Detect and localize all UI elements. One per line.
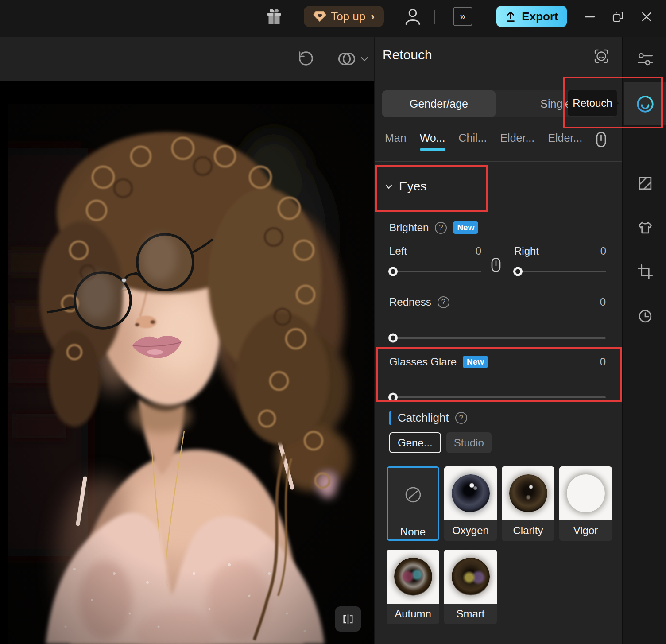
portrait-photo	[8, 104, 374, 644]
background-tool-button[interactable]	[623, 164, 666, 202]
face-detect-button[interactable]	[592, 47, 610, 65]
link-icon	[491, 257, 501, 272]
crop-tool-button[interactable]	[623, 253, 666, 291]
catchlight-preset-grid: None Oxygen Clarity Vigor Autumn Smart	[387, 466, 613, 624]
preset-card-autumn[interactable]: Autumn	[387, 550, 439, 624]
tab-gender-age[interactable]: Gender/age	[382, 90, 496, 117]
redness-help-icon[interactable]: ?	[438, 296, 449, 308]
restore-icon	[611, 10, 625, 24]
preset-label: Vigor	[559, 520, 612, 541]
window-close-button[interactable]	[638, 7, 655, 27]
undo-icon	[298, 50, 314, 67]
history-tool-button[interactable]	[623, 297, 666, 335]
redness-label: Redness	[389, 296, 431, 308]
glasses-glare-new-badge: New	[463, 356, 488, 368]
adjustments-tool-button[interactable]	[623, 40, 666, 78]
link-sliders-button[interactable]	[491, 257, 501, 272]
canvas-toolbar	[0, 37, 374, 81]
eyes-section-title: Eyes	[399, 179, 426, 194]
brighten-help-icon[interactable]: ?	[435, 222, 447, 234]
clothing-tool-button[interactable]	[623, 209, 666, 247]
brighten-left-slider-handle[interactable]	[388, 267, 398, 276]
export-label: Export	[522, 10, 558, 23]
photo-canvas	[0, 37, 374, 644]
tab-single-label: Single	[540, 97, 571, 110]
glasses-glare-slider-handle[interactable]	[388, 393, 398, 402]
brighten-right-value: 0	[600, 245, 606, 257]
preset-label: Oxygen	[444, 520, 497, 541]
undo-button[interactable]	[298, 50, 314, 67]
redness-slider[interactable]	[389, 337, 606, 339]
retouch-tooltip-label: Retouch	[573, 97, 612, 109]
retouch-panel: Retouch Gender/age Single	[374, 37, 622, 644]
brighten-left-slider[interactable]	[389, 271, 481, 272]
compare-overlay-button[interactable]	[336, 51, 358, 66]
brighten-right-slider[interactable]	[514, 271, 606, 272]
catchlight-mode-studio[interactable]: Studio	[446, 432, 492, 453]
iris-thumbnail	[452, 474, 490, 512]
preset-label: Autumn	[387, 604, 439, 624]
subtab-man[interactable]: Man	[385, 132, 407, 151]
account-button[interactable]	[403, 7, 422, 27]
preset-card-oxygen[interactable]: Oxygen	[444, 466, 497, 541]
catchlight-accent-bar	[389, 411, 391, 425]
brighten-row: Brighten ? New	[389, 221, 478, 234]
split-view-icon	[341, 612, 355, 626]
preset-card-vigor[interactable]: Vigor	[559, 466, 612, 541]
gift-icon[interactable]	[265, 8, 283, 27]
retouch-tool-button[interactable]	[624, 82, 666, 125]
none-icon	[403, 485, 423, 504]
panel-divider	[375, 161, 623, 162]
tool-rail	[622, 37, 666, 644]
gem-icon	[313, 10, 326, 23]
brighten-right-control: Right 0	[514, 245, 606, 272]
export-button[interactable]: Export	[496, 6, 567, 27]
preset-card-clarity[interactable]: Clarity	[502, 466, 554, 541]
retouch-tooltip: Retouch	[568, 90, 617, 116]
preset-card-smart[interactable]: Smart	[444, 550, 497, 624]
crop-icon	[635, 262, 655, 282]
chevron-right-icon: ›	[371, 10, 375, 23]
clock-icon	[635, 306, 655, 326]
catchlight-header: Catchlight ?	[389, 411, 467, 425]
subtab-elder-2[interactable]: Elder...	[548, 132, 582, 151]
catchlight-modes: Gene... Studio	[389, 432, 492, 453]
catchlight-mode-general[interactable]: Gene...	[389, 432, 441, 453]
subtab-elder-1[interactable]: Elder...	[500, 132, 534, 151]
sliders-icon	[635, 50, 655, 69]
brighten-new-badge: New	[453, 221, 478, 234]
brighten-left-control: Left 0	[389, 245, 481, 272]
glasses-glare-slider-wrap	[389, 383, 606, 398]
compare-dropdown-chevron[interactable]	[360, 56, 369, 63]
redness-slider-handle[interactable]	[388, 334, 398, 343]
face-picker-button[interactable]	[596, 132, 607, 149]
top-up-button[interactable]: Top up ›	[304, 6, 384, 27]
catchlight-mode-general-label: Gene...	[398, 437, 433, 449]
app-window: Top up › » Export	[0, 0, 666, 644]
catchlight-help-icon[interactable]: ?	[455, 412, 467, 424]
iris-thumbnail	[394, 558, 432, 596]
eyes-section-header[interactable]: Eyes	[385, 179, 426, 194]
overlap-circles-icon	[336, 51, 358, 66]
preset-card-none[interactable]: None	[387, 466, 439, 541]
subtab-woman[interactable]: Wo...	[420, 132, 445, 151]
glasses-glare-slider[interactable]	[389, 396, 606, 398]
before-after-split-button[interactable]	[335, 606, 361, 632]
catchlight-mode-studio-label: Studio	[454, 437, 484, 449]
preset-label: None	[388, 522, 438, 541]
redness-row: Redness ? 0	[389, 296, 606, 308]
window-restore-button[interactable]	[609, 7, 627, 27]
topbar-divider	[434, 10, 435, 24]
collapse-panel-button[interactable]: »	[453, 7, 472, 26]
subtab-child[interactable]: Chil...	[459, 132, 487, 151]
category-subtabs: Man Wo... Chil... Elder... Elder...	[385, 132, 615, 151]
panel-title: Retouch	[383, 47, 432, 62]
gift-icon-glyph	[265, 8, 283, 27]
glasses-glare-label: Glasses Glare	[389, 356, 457, 368]
brighten-right-label: Right	[514, 245, 539, 257]
window-minimize-button[interactable]	[581, 7, 599, 27]
brighten-right-slider-handle[interactable]	[513, 267, 523, 276]
double-chevron-icon: »	[460, 10, 465, 23]
close-icon	[639, 10, 654, 24]
minimize-icon	[583, 10, 596, 23]
